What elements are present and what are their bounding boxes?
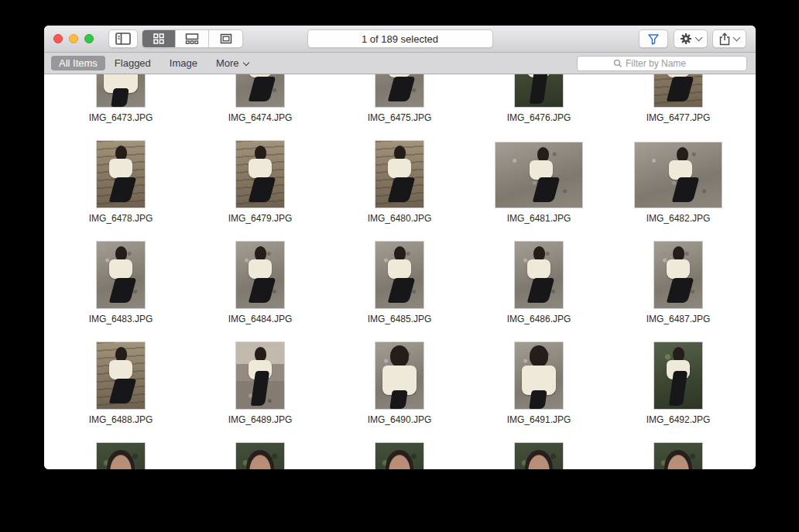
photo-thumbnail[interactable]: [97, 242, 145, 308]
zoom-button[interactable]: [84, 34, 94, 43]
thumbnail-cell[interactable]: IMG_6473.JPG: [51, 74, 190, 140]
tab-all-items[interactable]: All Items: [51, 56, 105, 70]
thumbnail-cell[interactable]: IMG_6475.JPG: [330, 74, 469, 140]
thumbnail-cell[interactable]: IMG_6487.JPG: [609, 241, 748, 342]
photo-thumbnail[interactable]: [654, 242, 702, 308]
thumbnail-cell[interactable]: IMG_6482.JPG: [609, 140, 748, 241]
selection-status: 1 of 189 selected: [307, 29, 493, 48]
photo-thumbnail[interactable]: [375, 141, 424, 208]
filter-tabs: All Items Flagged Image More: [51, 56, 258, 70]
list-view-segment[interactable]: [176, 30, 209, 47]
thumbnail-cell[interactable]: [609, 442, 748, 469]
photo-figure-jacket: [388, 259, 411, 279]
filename-label: IMG_6473.JPG: [89, 112, 153, 123]
single-view-segment[interactable]: [209, 30, 242, 47]
photo-thumbnail[interactable]: [515, 242, 563, 308]
thumbnail-cell[interactable]: IMG_6478.JPG: [51, 140, 190, 241]
filename-label: IMG_6483.JPG: [89, 314, 153, 324]
thumbnail-frame: [375, 241, 424, 308]
grid-view-segment[interactable]: [142, 30, 176, 47]
thumbnail-cell[interactable]: IMG_6481.JPG: [469, 140, 609, 241]
tab-label: Image: [170, 57, 197, 69]
filename-label: IMG_6478.JPG: [89, 213, 153, 224]
thumbnail-cell[interactable]: [190, 442, 330, 469]
share-button[interactable]: [712, 29, 746, 48]
tab-flagged[interactable]: Flagged: [105, 56, 160, 70]
photo-figure-body: [249, 177, 276, 202]
photo-thumbnail[interactable]: [97, 342, 145, 409]
photo-thumbnail[interactable]: [97, 141, 145, 208]
photo-figure-head: [107, 450, 135, 469]
close-button[interactable]: [53, 34, 63, 43]
photo-figure-jacket: [388, 159, 411, 178]
thumbnail-cell[interactable]: IMG_6484.JPG: [190, 241, 330, 342]
photo-figure-head: [246, 450, 274, 469]
thumbnail-cell[interactable]: [330, 442, 469, 469]
photo-thumbnail[interactable]: [375, 242, 424, 308]
photo-thumbnail[interactable]: [635, 142, 722, 208]
app-window: 1 of 189 selected: [44, 26, 756, 469]
photo-thumbnail[interactable]: [515, 74, 563, 107]
thumbnail-cell[interactable]: IMG_6492.JPG: [609, 342, 748, 442]
single-view-icon: [220, 33, 232, 45]
filename-label: IMG_6479.JPG: [228, 213, 293, 224]
thumbnail-cell[interactable]: IMG_6480.JPG: [330, 140, 469, 241]
filename-label: IMG_6490.JPG: [368, 414, 432, 425]
photo-thumbnail[interactable]: [236, 74, 284, 107]
thumbnail-cell[interactable]: IMG_6483.JPG: [51, 241, 190, 342]
thumbnail-cell[interactable]: IMG_6477.JPG: [609, 74, 748, 140]
thumbnail-frame: [496, 140, 582, 208]
photo-thumbnail[interactable]: [97, 443, 145, 469]
thumbnail-cell[interactable]: IMG_6486.JPG: [469, 241, 609, 342]
photo-thumbnail[interactable]: [236, 342, 284, 409]
photo-figure-body: [533, 177, 561, 202]
thumbnail-cell[interactable]: IMG_6491.JPG: [469, 342, 609, 442]
tab-label: More: [216, 57, 239, 69]
photo-thumbnail[interactable]: [375, 74, 424, 107]
photo-thumbnail[interactable]: [236, 242, 284, 308]
photo-thumbnail[interactable]: [375, 342, 424, 409]
photo-figure-jacket: [109, 159, 132, 178]
photo-figure-body: [109, 177, 137, 202]
thumbnail-cell[interactable]: IMG_6476.JPG: [469, 74, 609, 140]
thumbnail-cell[interactable]: IMG_6490.JPG: [330, 342, 469, 442]
thumbnail-frame: [654, 442, 702, 469]
filter-by-name-field[interactable]: [577, 56, 747, 71]
thumbnail-frame: [236, 241, 284, 308]
photo-figure-jacket: [109, 360, 132, 379]
sidebar-toggle-button[interactable]: [108, 29, 138, 48]
tab-label: All Items: [59, 57, 98, 69]
thumbnail-cell[interactable]: IMG_6479.JPG: [190, 140, 330, 241]
thumbnail-frame: [375, 342, 424, 409]
tab-image[interactable]: Image: [160, 56, 207, 70]
photo-thumbnail[interactable]: [654, 443, 702, 469]
photo-figure-body: [667, 77, 694, 101]
minimize-button[interactable]: [69, 34, 78, 43]
photo-thumbnail[interactable]: [515, 443, 563, 469]
photo-thumbnail[interactable]: [515, 342, 563, 409]
chevron-down-icon: [695, 34, 703, 42]
photo-thumbnail[interactable]: [97, 74, 145, 107]
photo-thumbnail[interactable]: [496, 142, 582, 208]
settings-button[interactable]: [674, 29, 708, 48]
photo-figure-body: [388, 278, 416, 303]
tab-more[interactable]: More: [207, 56, 258, 70]
thumbnail-cell[interactable]: IMG_6488.JPG: [51, 342, 190, 442]
thumbnail-frame: [375, 74, 424, 107]
filename-label: IMG_6489.JPG: [228, 414, 293, 425]
photo-thumbnail[interactable]: [654, 74, 702, 107]
thumbnail-frame: [97, 442, 145, 469]
thumbnail-cell[interactable]: IMG_6474.JPG: [190, 74, 330, 140]
photo-thumbnail[interactable]: [654, 342, 702, 409]
search-input[interactable]: [626, 58, 711, 69]
thumbnail-frame: [654, 342, 702, 409]
thumbnail-frame: [236, 74, 284, 107]
thumbnail-cell[interactable]: IMG_6485.JPG: [330, 241, 469, 342]
filter-button[interactable]: [639, 29, 668, 48]
thumbnail-cell[interactable]: [51, 442, 190, 469]
photo-thumbnail[interactable]: [375, 443, 424, 469]
thumbnail-cell[interactable]: IMG_6489.JPG: [190, 342, 330, 442]
photo-thumbnail[interactable]: [236, 443, 284, 469]
photo-thumbnail[interactable]: [236, 141, 284, 208]
thumbnail-cell[interactable]: [469, 442, 609, 469]
